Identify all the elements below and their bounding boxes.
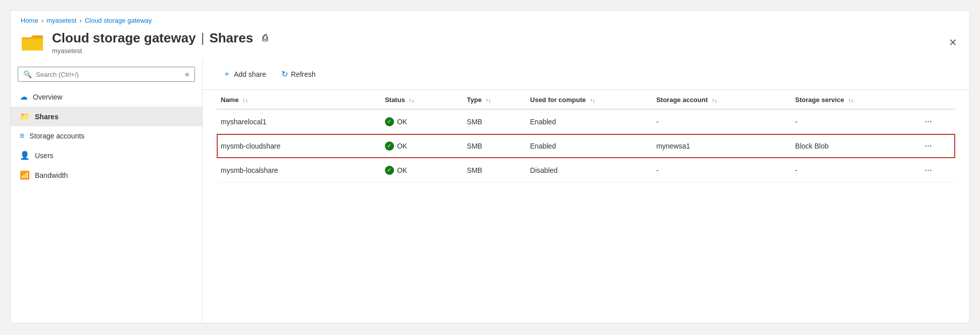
col-header-compute[interactable]: Used for compute ↑↓ bbox=[526, 90, 652, 109]
resource-icon bbox=[21, 32, 45, 53]
shares-table-area: Name ↑↓ Status ↑↓ Type ↑↓ bbox=[203, 90, 969, 182]
breadcrumb-device[interactable]: myasetest bbox=[46, 17, 76, 24]
cell-service: - bbox=[791, 158, 917, 182]
cell-actions[interactable]: ··· bbox=[917, 158, 955, 182]
page-title: Cloud storage gateway bbox=[52, 30, 196, 46]
sidebar-item-label: Users bbox=[35, 152, 54, 160]
status-ok-icon: ✓ bbox=[385, 117, 394, 126]
col-header-name[interactable]: Name ↑↓ bbox=[217, 90, 381, 109]
sidebar-item-bandwidth[interactable]: 📶 Bandwidth bbox=[11, 165, 202, 185]
table-row[interactable]: mysmb-cloudshare ✓ OK SMB Enabled mynews… bbox=[217, 134, 955, 158]
folder-icon: 📁 bbox=[20, 112, 30, 121]
shares-table: Name ↑↓ Status ↑↓ Type ↑↓ bbox=[217, 90, 955, 182]
more-options-button[interactable]: ··· bbox=[921, 115, 935, 128]
user-icon: 👤 bbox=[20, 151, 30, 160]
cell-type: SMB bbox=[463, 109, 526, 134]
sort-icon: ↑↓ bbox=[848, 97, 854, 103]
search-icon: 🔍 bbox=[23, 70, 32, 78]
page-section: Shares bbox=[209, 30, 253, 46]
cell-status: ✓ OK bbox=[381, 158, 463, 182]
cell-type: SMB bbox=[463, 158, 526, 182]
cell-status: ✓ OK bbox=[381, 134, 463, 158]
sort-icon: ↑↓ bbox=[242, 97, 248, 103]
status-text: OK bbox=[397, 142, 407, 150]
sidebar: 🔍 « ☁ Overview 📁 Shares ≡ Storage accoun… bbox=[11, 59, 203, 323]
close-icon[interactable]: ✕ bbox=[949, 37, 957, 48]
bandwidth-icon: 📶 bbox=[20, 170, 30, 180]
cell-account: - bbox=[652, 158, 791, 182]
breadcrumb: Home › myasetest › Cloud storage gateway bbox=[11, 11, 969, 26]
search-input[interactable] bbox=[36, 71, 137, 78]
cell-account: mynewsa1 bbox=[652, 134, 791, 158]
sidebar-item-label: Storage accounts bbox=[29, 132, 84, 140]
cloud-icon: ☁ bbox=[20, 92, 28, 102]
col-header-actions bbox=[917, 90, 955, 109]
more-options-button[interactable]: ··· bbox=[921, 139, 935, 152]
col-header-account[interactable]: Storage account ↑↓ bbox=[652, 90, 791, 109]
status-text: OK bbox=[397, 166, 407, 174]
add-icon: ＋ bbox=[223, 69, 231, 79]
refresh-label: Refresh bbox=[291, 70, 316, 78]
add-share-label: Add share bbox=[234, 70, 266, 78]
toolbar: ＋ Add share ↻ Refresh bbox=[203, 59, 969, 90]
status-text: OK bbox=[397, 118, 407, 126]
cell-name: mysmb-cloudshare bbox=[217, 134, 381, 158]
sidebar-item-overview[interactable]: ☁ Overview bbox=[11, 87, 202, 107]
sort-icon: ↑↓ bbox=[712, 97, 717, 103]
table-row[interactable]: mysharelocal1 ✓ OK SMB Enabled - - ··· bbox=[217, 109, 955, 134]
more-options-button[interactable]: ··· bbox=[921, 164, 935, 176]
add-share-button[interactable]: ＋ Add share bbox=[217, 66, 272, 82]
sort-icon: ↑↓ bbox=[485, 97, 491, 103]
sidebar-item-label: Shares bbox=[35, 113, 59, 121]
refresh-icon: ↻ bbox=[281, 69, 288, 79]
cell-compute: Disabled bbox=[526, 158, 652, 182]
table-row[interactable]: mysmb-localshare ✓ OK SMB Disabled - - ·… bbox=[217, 158, 955, 182]
col-header-service[interactable]: Storage service ↑↓ bbox=[791, 90, 917, 109]
search-bar[interactable]: 🔍 « bbox=[18, 67, 195, 82]
status-ok-icon: ✓ bbox=[385, 166, 394, 175]
cell-service: Block Blob bbox=[791, 134, 917, 158]
sidebar-item-label: Overview bbox=[33, 93, 62, 101]
resource-subtitle: myasetest bbox=[52, 47, 268, 55]
cell-compute: Enabled bbox=[526, 134, 652, 158]
status-ok-icon: ✓ bbox=[385, 141, 394, 151]
sort-icon: ↑↓ bbox=[409, 97, 414, 103]
sidebar-item-shares[interactable]: 📁 Shares bbox=[11, 107, 202, 126]
breadcrumb-current: Cloud storage gateway bbox=[85, 17, 152, 24]
collapse-button[interactable]: « bbox=[185, 70, 189, 79]
print-icon[interactable]: ⎙ bbox=[262, 33, 268, 43]
sidebar-item-storage-accounts[interactable]: ≡ Storage accounts bbox=[11, 126, 202, 146]
page-header: Cloud storage gateway | Shares ⎙ myasete… bbox=[11, 26, 969, 59]
breadcrumb-home[interactable]: Home bbox=[21, 17, 38, 24]
cell-service: - bbox=[791, 109, 917, 134]
svg-rect-2 bbox=[22, 39, 43, 51]
col-header-status[interactable]: Status ↑↓ bbox=[381, 90, 463, 109]
cell-account: - bbox=[652, 109, 791, 134]
cell-compute: Enabled bbox=[526, 109, 652, 134]
sidebar-item-label: Bandwidth bbox=[35, 171, 68, 179]
storage-icon: ≡ bbox=[20, 131, 24, 140]
sidebar-item-users[interactable]: 👤 Users bbox=[11, 146, 202, 165]
sort-icon: ↑↓ bbox=[590, 97, 595, 103]
cell-name: mysmb-localshare bbox=[217, 158, 381, 182]
cell-type: SMB bbox=[463, 134, 526, 158]
table-header-row: Name ↑↓ Status ↑↓ Type ↑↓ bbox=[217, 90, 955, 109]
cell-actions[interactable]: ··· bbox=[917, 134, 955, 158]
refresh-button[interactable]: ↻ Refresh bbox=[275, 66, 322, 82]
col-header-type[interactable]: Type ↑↓ bbox=[463, 90, 526, 109]
cell-status: ✓ OK bbox=[381, 109, 463, 134]
cell-name: mysharelocal1 bbox=[217, 109, 381, 134]
cell-actions[interactable]: ··· bbox=[917, 109, 955, 134]
content-area: ＋ Add share ↻ Refresh Name ↑↓ bbox=[203, 59, 969, 323]
